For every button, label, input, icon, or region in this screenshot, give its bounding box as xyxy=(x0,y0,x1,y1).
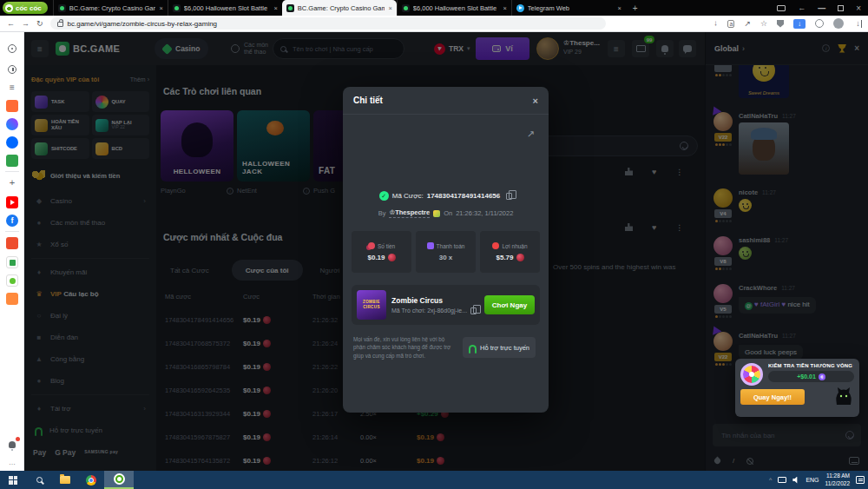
minimize-window-button[interactable] xyxy=(818,0,825,16)
bcd-coin-icon xyxy=(819,373,825,380)
extension-icon[interactable] xyxy=(815,19,824,28)
tab-bcgame-2-active[interactable]: BC.Game: Crypto Casino Gam xyxy=(282,0,397,16)
tab-bcgame-1[interactable]: BC.Game: Crypto Casino Gam xyxy=(53,0,168,16)
coccoc-taskbar-icon-active[interactable] xyxy=(104,471,134,489)
notifications-bell-icon[interactable] xyxy=(6,439,18,451)
browser-profile-avatar[interactable] xyxy=(833,18,844,29)
headset-icon xyxy=(469,345,477,351)
coccoc-menu-button[interactable]: cốc cốc xyxy=(3,2,48,14)
modal-title: Chi tiết xyxy=(353,96,383,105)
bet-datetime: 21:26:32, 1/11/2022 xyxy=(456,209,513,217)
new-tab-button[interactable] xyxy=(633,3,638,13)
hot-icon[interactable] xyxy=(6,100,18,112)
share-bet-icon[interactable] xyxy=(527,129,535,140)
bcgame-page: BC.GAME Casino Các môn thể thao TRX xyxy=(24,32,868,471)
hidden-icons-chevron[interactable] xyxy=(769,477,772,483)
adblock-shield-icon[interactable] xyxy=(777,20,784,28)
shopee-icon[interactable] xyxy=(6,237,18,249)
file-explorer-icon[interactable] xyxy=(52,471,78,489)
zombie-circus-thumbnail[interactable]: ZOMBIECIRCUS xyxy=(357,290,386,320)
close-tab-icon[interactable] xyxy=(273,4,277,12)
play-now-button[interactable]: Chơi Ngay xyxy=(484,295,535,314)
close-window-button[interactable] xyxy=(856,3,861,13)
volume-icon[interactable] xyxy=(792,477,799,484)
trx-coin-icon xyxy=(516,254,524,261)
bookmark-icon[interactable] xyxy=(760,19,767,28)
black-cat-icon xyxy=(833,386,854,405)
close-tab-icon[interactable] xyxy=(159,4,162,12)
tab-slot-battle-1[interactable]: $6,000 Halloween Slot Battle xyxy=(168,0,282,16)
chrome-taskbar-icon[interactable] xyxy=(78,471,104,489)
bcgame-favicon xyxy=(173,4,181,12)
download-extension-icon[interactable]: ↓ xyxy=(793,19,806,29)
user-badge-icon xyxy=(433,210,440,217)
coccoc-brand-label: cốc cốc xyxy=(16,4,42,12)
close-tab-icon[interactable] xyxy=(388,4,391,12)
translate-icon[interactable]: a xyxy=(727,20,734,28)
bet-id-value: 1748304178491414656 xyxy=(427,192,501,200)
zalo-icon[interactable] xyxy=(6,136,18,149)
facebook-icon[interactable]: f xyxy=(6,215,18,227)
network-icon[interactable] xyxy=(778,477,786,483)
tab-title: BC.Game: Crypto Casino Gam xyxy=(298,4,385,12)
tab-title: $6,000 Halloween Slot Battle xyxy=(184,4,271,12)
windows-taskbar: ENG 11:28 AM 11/2/2022 xyxy=(0,471,868,489)
live-support-button[interactable]: Hỗ trợ trực tuyến xyxy=(463,337,536,358)
lucky-spin-toast: KIỂM TRA TIỀN THƯỞNG VÒNG QU +$0.01 Quay… xyxy=(735,359,859,417)
keyboard-language[interactable]: ENG xyxy=(806,477,819,483)
by-label: By xyxy=(378,209,386,217)
more-icon[interactable] xyxy=(6,456,18,468)
stat-amount: Số tiền $0.19 xyxy=(352,231,411,273)
url-field[interactable]: bc.game/vi/game/zombie-circus-by-relax-g… xyxy=(50,17,606,30)
gift-icon[interactable] xyxy=(6,256,18,268)
tab-title: $6,000 Halloween Slot Battle xyxy=(413,4,500,12)
bcgame-favicon xyxy=(58,4,66,12)
maximize-window-button[interactable] xyxy=(838,5,844,11)
bet-username[interactable]: ♔Thespectre xyxy=(389,208,430,218)
settings-gear-icon[interactable] xyxy=(6,43,18,55)
cast-icon[interactable] xyxy=(777,5,786,11)
action-center-icon[interactable] xyxy=(856,476,865,484)
taskbar-clock[interactable]: 11:28 AM 11/2/2022 xyxy=(825,472,850,487)
share-icon[interactable] xyxy=(744,19,751,28)
games-icon[interactable] xyxy=(6,155,18,167)
back-button[interactable] xyxy=(7,19,15,28)
game-code-value: 2xj-86d0gj-ie... xyxy=(427,307,467,314)
save-page-icon[interactable] xyxy=(710,20,719,28)
start-button[interactable] xyxy=(0,471,26,489)
add-shortcut-icon[interactable]: + xyxy=(6,176,18,188)
tab-title: BC.Game: Crypto Casino Gam xyxy=(69,4,156,12)
copy-icon[interactable] xyxy=(470,307,477,314)
game-name[interactable]: Zombie Circus xyxy=(391,296,477,305)
taskbar-search-icon[interactable] xyxy=(26,471,52,489)
close-tab-icon[interactable] xyxy=(503,4,506,12)
close-tab-icon[interactable] xyxy=(617,4,621,12)
tab-telegram[interactable]: Telegram Web xyxy=(511,0,626,16)
toast-title: KIỂM TRA TIỀN THƯỞNG VÒNG QU xyxy=(768,363,854,368)
panel-arrow-icon[interactable] xyxy=(798,3,806,12)
bcgame-favicon xyxy=(286,4,294,12)
cart-icon[interactable] xyxy=(6,293,18,305)
forward-button[interactable] xyxy=(22,19,30,28)
amount-icon xyxy=(368,242,375,249)
bcgame-favicon xyxy=(402,4,410,12)
copy-icon[interactable] xyxy=(506,193,512,200)
youtube-icon[interactable] xyxy=(6,196,18,208)
bet-detail-modal: Chi tiết Mã Cược: 1748304178491414656 By… xyxy=(343,87,549,413)
messenger-icon[interactable] xyxy=(6,118,18,130)
close-modal-icon[interactable] xyxy=(533,96,538,106)
downloads-tray-icon[interactable] xyxy=(852,20,862,28)
divider xyxy=(5,231,19,232)
reading-list-icon[interactable]: ≡ xyxy=(6,81,18,93)
browser-tabbar: cốc cốc BC.Game: Crypto Casino Gam $6,00… xyxy=(0,0,868,16)
system-tray: ENG 11:28 AM 11/2/2022 xyxy=(769,471,865,489)
reload-button[interactable] xyxy=(36,19,43,28)
support-note: Mọi vấn đề, xin vui lòng liên hệ với bộ … xyxy=(353,335,456,360)
bet-stats: Số tiền $0.19 Thanh toán 30 x Lợi nhuận … xyxy=(352,231,540,273)
chat-app-icon[interactable] xyxy=(6,274,18,287)
trx-coin-icon xyxy=(388,254,396,261)
spin-now-button[interactable]: Quay Ngay!! xyxy=(740,389,805,405)
history-icon[interactable] xyxy=(6,63,18,76)
tab-slot-battle-2[interactable]: $6,000 Halloween Slot Battle xyxy=(397,0,511,16)
stat-payout: Thanh toán 30 x xyxy=(416,231,476,273)
